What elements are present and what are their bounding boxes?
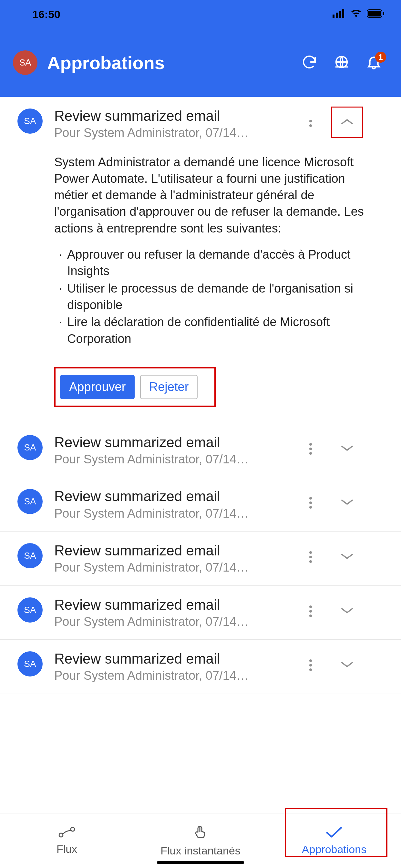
chevron-down-icon (341, 553, 353, 562)
app-header: SA Approbations 1 (0, 28, 401, 97)
approval-subtitle: Pour System Administrator, 07/14… (54, 668, 306, 684)
approval-title: Review summarized email (54, 649, 306, 668)
approval-title: Review summarized email (54, 433, 306, 452)
flows-icon (58, 826, 76, 841)
more-options-button[interactable] (306, 548, 315, 566)
approval-card[interactable]: SA Review summarized email Pour System A… (0, 586, 401, 640)
status-bar: 16:50 (0, 0, 401, 28)
notification-badge: 1 (375, 52, 386, 63)
approval-subtitle: Pour System Administrator, 07/14… (54, 506, 306, 522)
notifications-button[interactable]: 1 (366, 55, 382, 70)
approve-button[interactable]: Approuver (60, 375, 135, 399)
header-actions: 1 (302, 55, 382, 70)
more-options-button[interactable] (306, 656, 315, 674)
approval-avatar: SA (18, 435, 42, 460)
expand-button[interactable] (331, 595, 363, 627)
approval-card[interactable]: SA Review summarized email Pour System A… (0, 97, 401, 423)
approval-avatar: SA (18, 597, 42, 623)
approval-avatar: SA (18, 651, 42, 677)
status-icons (333, 9, 385, 20)
chevron-up-icon (341, 118, 353, 127)
chevron-down-icon (341, 444, 353, 454)
refresh-button[interactable] (302, 55, 317, 70)
svg-rect-3 (342, 9, 344, 18)
approval-subtitle: Pour System Administrator, 07/14… (54, 452, 306, 467)
bullet-item: Lire la déclaration de confidentialité d… (67, 314, 371, 347)
svg-rect-5 (368, 11, 381, 17)
tab-instant-flows[interactable]: Flux instantanés (134, 813, 267, 868)
approval-title: Review summarized email (54, 487, 306, 505)
approval-description: System Administrator a demandé une licen… (54, 154, 371, 237)
chevron-down-icon (341, 607, 353, 616)
bullet-item: Utiliser le processus de demande de l'or… (67, 280, 371, 314)
chevron-down-icon (341, 498, 353, 507)
approvals-tab-highlight (285, 808, 388, 857)
approval-actions-highlight: Approuver Rejeter (54, 367, 216, 407)
approval-title: Review summarized email (54, 541, 306, 560)
user-avatar-button[interactable]: SA (13, 51, 37, 75)
more-options-button[interactable] (306, 602, 315, 620)
battery-icon (367, 9, 385, 19)
approval-card[interactable]: SA Review summarized email Pour System A… (0, 640, 401, 694)
approval-title: Review summarized email (54, 595, 306, 614)
approval-avatar: SA (18, 108, 42, 134)
approval-subtitle: Pour System Administrator, 07/14… (54, 560, 306, 576)
chevron-down-icon (341, 661, 353, 670)
tab-label: Flux (57, 843, 77, 856)
status-time: 16:50 (32, 8, 60, 21)
expand-button[interactable] (331, 649, 363, 681)
approval-card[interactable]: SA Review summarized email Pour System A… (0, 531, 401, 586)
approval-card[interactable]: SA Review summarized email Pour System A… (0, 477, 401, 531)
page-title: Approbations (47, 52, 302, 73)
more-options-button[interactable] (306, 115, 315, 130)
approvals-list: SA Review summarized email Pour System A… (0, 97, 401, 813)
svg-rect-0 (333, 14, 335, 18)
tab-flows[interactable]: Flux (0, 813, 134, 868)
collapse-button[interactable] (331, 106, 363, 138)
approval-bullets: ·Approuver ou refuser la demande d'accès… (54, 246, 371, 347)
cellular-icon (333, 9, 345, 19)
reject-button[interactable]: Rejeter (140, 375, 198, 399)
svg-rect-2 (339, 11, 341, 18)
globe-icon (334, 55, 349, 71)
environments-button[interactable] (334, 55, 349, 70)
bullet-item: Approuver ou refuser la demande d'accès … (67, 246, 371, 280)
approval-title: Review summarized email (54, 106, 306, 125)
tap-icon (193, 825, 208, 842)
approval-avatar: SA (18, 543, 42, 568)
home-indicator[interactable] (157, 861, 244, 864)
approval-subtitle: Pour System Administrator, 07/14… (54, 125, 306, 141)
svg-rect-1 (336, 12, 338, 18)
svg-rect-6 (382, 12, 384, 15)
approval-avatar: SA (18, 489, 42, 514)
expand-button[interactable] (331, 487, 363, 519)
tab-label: Flux instantanés (160, 844, 241, 857)
approval-subtitle: Pour System Administrator, 07/14… (54, 614, 306, 630)
more-options-button[interactable] (306, 440, 315, 458)
approval-card[interactable]: SA Review summarized email Pour System A… (0, 423, 401, 477)
refresh-icon (302, 54, 317, 71)
expand-button[interactable] (331, 433, 363, 465)
more-options-button[interactable] (306, 494, 315, 512)
expand-button[interactable] (331, 541, 363, 573)
wifi-icon (350, 9, 362, 20)
